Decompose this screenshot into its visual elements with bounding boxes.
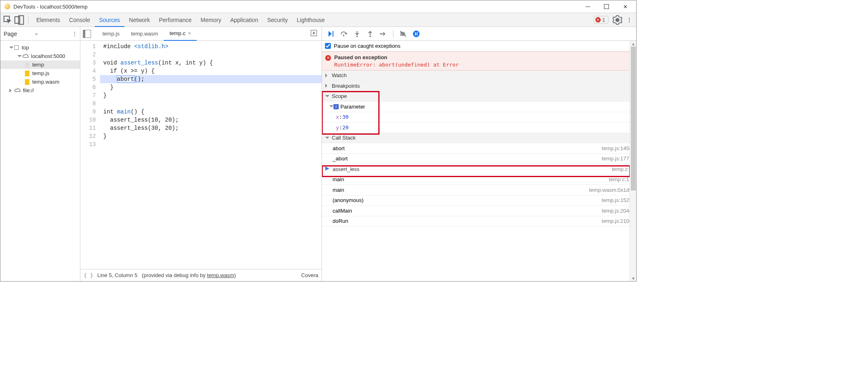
tab-network[interactable]: Network	[124, 13, 154, 27]
tree-file-temp-wasm[interactable]: temp.wasm	[0, 78, 80, 86]
tab-performance[interactable]: Performance	[154, 13, 196, 27]
settings-icon[interactable]	[613, 15, 622, 25]
file-tab-temp-wasm[interactable]: temp.wasm	[125, 27, 164, 41]
banner-message: RuntimeError: abort(undefined) at Error	[334, 62, 459, 68]
exception-banner: ✕ Paused on exception RuntimeError: abor…	[322, 51, 636, 71]
svg-point-9	[380, 33, 381, 34]
scope-variable[interactable]: y: 20	[322, 122, 636, 133]
gutter-line[interactable]: 3	[80, 59, 96, 67]
gutter-line[interactable]: 9	[80, 108, 96, 116]
step-icon[interactable]	[378, 29, 388, 39]
step-out-icon[interactable]	[365, 29, 375, 39]
gutter-line[interactable]: 7	[80, 91, 96, 100]
file-tab-temp-c[interactable]: temp.c×	[164, 27, 197, 41]
editor-status-bar: { } Line 5, Column 5 (provided via debug…	[80, 269, 322, 281]
tab-security[interactable]: Security	[263, 13, 293, 27]
callstack-frame[interactable]: maintemp.wasm:0x1d9	[322, 185, 636, 195]
close-tab-icon[interactable]: ×	[188, 27, 191, 40]
tab-application[interactable]: Application	[226, 13, 263, 27]
current-frame-icon	[325, 166, 330, 172]
code-line[interactable]	[103, 100, 322, 108]
tab-sources[interactable]: Sources	[95, 13, 124, 27]
scope-parameter-group[interactable]: l Parameter	[322, 102, 636, 112]
callstack-frame[interactable]: aborttemp.js:1456	[322, 143, 636, 154]
tree-file-temp-js[interactable]: temp.js	[0, 69, 80, 78]
gutter-line[interactable]: 10	[80, 116, 96, 124]
gutter-line[interactable]: 2	[80, 51, 96, 59]
code-line[interactable]	[103, 51, 322, 59]
pause-exceptions-icon[interactable]	[411, 29, 421, 39]
callstack-frame[interactable]: (anonymous)temp.js:1525	[322, 195, 636, 206]
device-toolbar-icon[interactable]	[14, 15, 24, 25]
scope-variable[interactable]: x: 30	[322, 112, 636, 123]
tab-elements[interactable]: Elements	[32, 13, 64, 27]
pause-on-caught-exceptions[interactable]: Pause on caught exceptions	[322, 41, 636, 51]
pause-on-caught-checkbox[interactable]	[325, 43, 331, 49]
callstack-frame[interactable]: callMaintemp.js:2046	[322, 206, 636, 216]
local-icon: l	[333, 104, 339, 109]
code-line[interactable]: }	[103, 91, 322, 100]
code-line[interactable]: }	[103, 132, 322, 140]
toggle-navigator-icon[interactable]	[83, 30, 91, 38]
callstack-frame[interactable]: assert_lesstemp.c:5	[322, 164, 636, 175]
more-tabs-icon[interactable]: »	[35, 31, 38, 37]
deactivate-breakpoints-icon[interactable]	[398, 29, 408, 39]
resume-icon[interactable]	[326, 29, 336, 39]
code-line[interactable]: if (x >= y) {	[103, 67, 322, 75]
tree-host[interactable]: localhost:5000	[0, 52, 80, 60]
tree-file-proto[interactable]: file://	[0, 86, 80, 95]
callstack-frame[interactable]: maintemp.c:11	[322, 175, 636, 185]
code-editor[interactable]: 12345678910111213 #include <stdlib.h> vo…	[80, 41, 322, 269]
tab-memory[interactable]: Memory	[196, 13, 226, 27]
breakpoints-section[interactable]: Breakpoints	[322, 81, 636, 91]
watch-section[interactable]: Watch	[322, 71, 636, 81]
code-line[interactable]: #include <stdlib.h>	[103, 42, 322, 51]
error-count: 1	[602, 17, 605, 23]
window-close-button[interactable]	[616, 0, 635, 13]
page-pane-label[interactable]: Page	[4, 31, 32, 37]
code-line[interactable]: int main() {	[103, 108, 322, 116]
window-maximize-button[interactable]	[597, 0, 616, 13]
more-menu-icon[interactable]: ⋮	[624, 15, 634, 25]
devtools-tabstrip: ElementsConsoleSourcesNetworkPerformance…	[0, 13, 636, 27]
step-into-icon[interactable]	[352, 29, 362, 39]
page-pane-menu-icon[interactable]: ⋮	[72, 31, 77, 37]
inspect-element-icon[interactable]	[3, 15, 13, 25]
gutter-line[interactable]: 6	[80, 83, 96, 91]
step-over-icon[interactable]	[339, 29, 349, 39]
svg-point-8	[369, 36, 371, 37]
pretty-print-icon[interactable]: { }	[84, 272, 93, 278]
code-line[interactable]: assert_less(30, 20);	[103, 124, 322, 132]
tab-lighthouse[interactable]: Lighthouse	[292, 13, 329, 27]
callstack-frame[interactable]: _aborttemp.js:1771	[322, 154, 636, 164]
code-line[interactable]: abort();	[100, 75, 322, 83]
gutter-line[interactable]: 13	[80, 140, 96, 149]
gutter-line[interactable]: 8	[80, 100, 96, 108]
gutter-line[interactable]: 4	[80, 67, 96, 75]
banner-title: Paused on exception	[334, 54, 387, 60]
source-editor-panel: temp.jstemp.wasmtemp.c× 1234567891011121…	[80, 27, 322, 281]
tab-console[interactable]: Console	[64, 13, 94, 27]
gutter-line[interactable]: 11	[80, 124, 96, 132]
debug-info-link[interactable]: temp.wasm	[207, 272, 234, 278]
svg-rect-5	[333, 31, 333, 37]
file-tab-temp-js[interactable]: temp.js	[97, 27, 125, 41]
scope-section[interactable]: Scope	[322, 91, 636, 102]
tree-frame-top[interactable]: top	[0, 43, 80, 52]
code-line[interactable]: }	[103, 83, 322, 91]
code-line[interactable]: void assert_less(int x, int y) {	[103, 59, 322, 67]
callstack-section[interactable]: Call Stack	[322, 133, 636, 144]
error-badge[interactable]: ✕ 1	[594, 16, 608, 24]
gutter-line[interactable]: 1	[80, 42, 96, 51]
tree-file-temp[interactable]: temp	[0, 60, 80, 69]
window-titlebar: DevTools - localhost:5000/temp	[0, 0, 636, 13]
gutter-line[interactable]: 12	[80, 132, 96, 140]
window-minimize-button[interactable]	[578, 0, 597, 13]
code-line[interactable]: assert_less(10, 20);	[103, 116, 322, 124]
callstack-frame[interactable]: doRuntemp.js:2106	[322, 216, 636, 227]
code-line[interactable]	[103, 140, 322, 149]
run-snippet-icon[interactable]	[310, 29, 317, 38]
debugger-panel: Pause on caught exceptions ✕ Paused on e…	[322, 27, 636, 281]
gutter-line[interactable]: 5	[80, 75, 96, 83]
debugger-scrollbar[interactable]: ▲▼	[630, 41, 636, 281]
